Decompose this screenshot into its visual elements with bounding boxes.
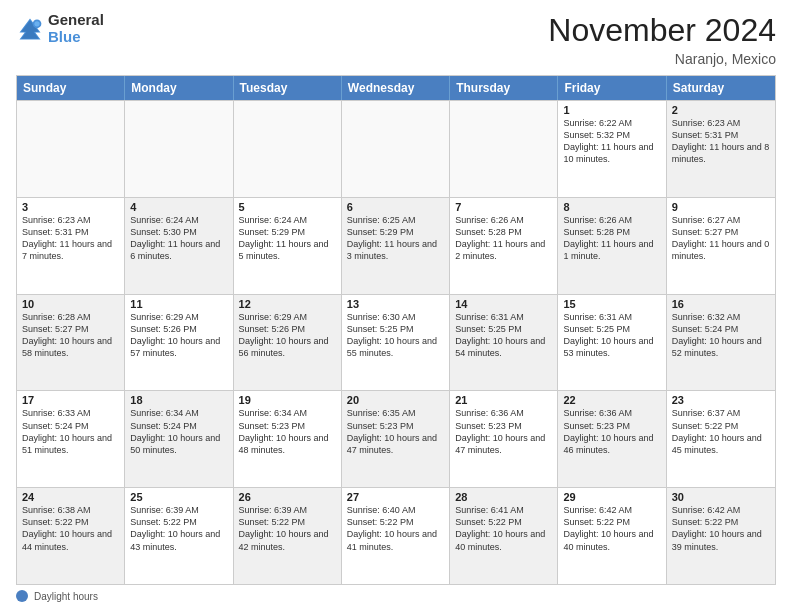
cell-text-0-6: Sunrise: 6:23 AM Sunset: 5:31 PM Dayligh… xyxy=(672,117,770,166)
cal-cell-0-4 xyxy=(450,101,558,197)
cal-cell-0-3 xyxy=(342,101,450,197)
cal-cell-3-2: 19Sunrise: 6:34 AM Sunset: 5:23 PM Dayli… xyxy=(234,391,342,487)
day-number-25: 25 xyxy=(130,491,227,503)
cal-cell-0-6: 2Sunrise: 6:23 AM Sunset: 5:31 PM Daylig… xyxy=(667,101,775,197)
day-number-24: 24 xyxy=(22,491,119,503)
day-number-14: 14 xyxy=(455,298,552,310)
cal-cell-1-3: 6Sunrise: 6:25 AM Sunset: 5:29 PM Daylig… xyxy=(342,198,450,294)
daylight-icon xyxy=(16,590,28,602)
cell-text-3-3: Sunrise: 6:35 AM Sunset: 5:23 PM Dayligh… xyxy=(347,407,444,456)
month-title: November 2024 xyxy=(548,12,776,49)
cal-cell-1-1: 4Sunrise: 6:24 AM Sunset: 5:30 PM Daylig… xyxy=(125,198,233,294)
day-number-30: 30 xyxy=(672,491,770,503)
day-number-6: 6 xyxy=(347,201,444,213)
day-number-13: 13 xyxy=(347,298,444,310)
cal-cell-2-1: 11Sunrise: 6:29 AM Sunset: 5:26 PM Dayli… xyxy=(125,295,233,391)
cal-cell-1-5: 8Sunrise: 6:26 AM Sunset: 5:28 PM Daylig… xyxy=(558,198,666,294)
cell-text-3-0: Sunrise: 6:33 AM Sunset: 5:24 PM Dayligh… xyxy=(22,407,119,456)
header-saturday: Saturday xyxy=(667,76,775,100)
cell-text-0-5: Sunrise: 6:22 AM Sunset: 5:32 PM Dayligh… xyxy=(563,117,660,166)
cal-cell-2-0: 10Sunrise: 6:28 AM Sunset: 5:27 PM Dayli… xyxy=(17,295,125,391)
week-row-5: 24Sunrise: 6:38 AM Sunset: 5:22 PM Dayli… xyxy=(17,487,775,584)
title-block: November 2024 Naranjo, Mexico xyxy=(548,12,776,67)
cell-text-1-6: Sunrise: 6:27 AM Sunset: 5:27 PM Dayligh… xyxy=(672,214,770,263)
cell-text-2-0: Sunrise: 6:28 AM Sunset: 5:27 PM Dayligh… xyxy=(22,311,119,360)
cal-cell-2-2: 12Sunrise: 6:29 AM Sunset: 5:26 PM Dayli… xyxy=(234,295,342,391)
day-number-15: 15 xyxy=(563,298,660,310)
cell-text-4-4: Sunrise: 6:41 AM Sunset: 5:22 PM Dayligh… xyxy=(455,504,552,553)
cell-text-4-3: Sunrise: 6:40 AM Sunset: 5:22 PM Dayligh… xyxy=(347,504,444,553)
cal-cell-3-4: 21Sunrise: 6:36 AM Sunset: 5:23 PM Dayli… xyxy=(450,391,558,487)
cal-cell-1-2: 5Sunrise: 6:24 AM Sunset: 5:29 PM Daylig… xyxy=(234,198,342,294)
cell-text-4-2: Sunrise: 6:39 AM Sunset: 5:22 PM Dayligh… xyxy=(239,504,336,553)
day-number-29: 29 xyxy=(563,491,660,503)
cell-text-4-0: Sunrise: 6:38 AM Sunset: 5:22 PM Dayligh… xyxy=(22,504,119,553)
calendar: SundayMondayTuesdayWednesdayThursdayFrid… xyxy=(16,75,776,585)
cal-cell-3-3: 20Sunrise: 6:35 AM Sunset: 5:23 PM Dayli… xyxy=(342,391,450,487)
logo-blue-text: Blue xyxy=(48,29,104,46)
day-number-18: 18 xyxy=(130,394,227,406)
day-number-17: 17 xyxy=(22,394,119,406)
cell-text-4-6: Sunrise: 6:42 AM Sunset: 5:22 PM Dayligh… xyxy=(672,504,770,553)
page: General Blue November 2024 Naranjo, Mexi… xyxy=(0,0,792,612)
logo-text: General Blue xyxy=(48,12,104,45)
day-number-19: 19 xyxy=(239,394,336,406)
cal-cell-0-1 xyxy=(125,101,233,197)
cell-text-1-0: Sunrise: 6:23 AM Sunset: 5:31 PM Dayligh… xyxy=(22,214,119,263)
week-row-4: 17Sunrise: 6:33 AM Sunset: 5:24 PM Dayli… xyxy=(17,390,775,487)
cell-text-3-1: Sunrise: 6:34 AM Sunset: 5:24 PM Dayligh… xyxy=(130,407,227,456)
cell-text-2-2: Sunrise: 6:29 AM Sunset: 5:26 PM Dayligh… xyxy=(239,311,336,360)
day-number-7: 7 xyxy=(455,201,552,213)
cal-cell-1-4: 7Sunrise: 6:26 AM Sunset: 5:28 PM Daylig… xyxy=(450,198,558,294)
cal-cell-4-4: 28Sunrise: 6:41 AM Sunset: 5:22 PM Dayli… xyxy=(450,488,558,584)
day-number-1: 1 xyxy=(563,104,660,116)
day-number-2: 2 xyxy=(672,104,770,116)
day-number-27: 27 xyxy=(347,491,444,503)
cell-text-1-2: Sunrise: 6:24 AM Sunset: 5:29 PM Dayligh… xyxy=(239,214,336,263)
calendar-body: 1Sunrise: 6:22 AM Sunset: 5:32 PM Daylig… xyxy=(17,100,775,584)
cal-cell-3-5: 22Sunrise: 6:36 AM Sunset: 5:23 PM Dayli… xyxy=(558,391,666,487)
header-thursday: Thursday xyxy=(450,76,558,100)
cell-text-1-4: Sunrise: 6:26 AM Sunset: 5:28 PM Dayligh… xyxy=(455,214,552,263)
cal-cell-3-6: 23Sunrise: 6:37 AM Sunset: 5:22 PM Dayli… xyxy=(667,391,775,487)
cell-text-2-1: Sunrise: 6:29 AM Sunset: 5:26 PM Dayligh… xyxy=(130,311,227,360)
cell-text-2-5: Sunrise: 6:31 AM Sunset: 5:25 PM Dayligh… xyxy=(563,311,660,360)
cal-cell-4-5: 29Sunrise: 6:42 AM Sunset: 5:22 PM Dayli… xyxy=(558,488,666,584)
cell-text-2-4: Sunrise: 6:31 AM Sunset: 5:25 PM Dayligh… xyxy=(455,311,552,360)
logo-icon xyxy=(16,15,44,43)
day-number-21: 21 xyxy=(455,394,552,406)
footer: Daylight hours xyxy=(16,590,776,602)
cell-text-3-5: Sunrise: 6:36 AM Sunset: 5:23 PM Dayligh… xyxy=(563,407,660,456)
logo: General Blue xyxy=(16,12,104,45)
cell-text-1-5: Sunrise: 6:26 AM Sunset: 5:28 PM Dayligh… xyxy=(563,214,660,263)
cal-cell-4-3: 27Sunrise: 6:40 AM Sunset: 5:22 PM Dayli… xyxy=(342,488,450,584)
week-row-3: 10Sunrise: 6:28 AM Sunset: 5:27 PM Dayli… xyxy=(17,294,775,391)
footer-label: Daylight hours xyxy=(34,591,98,602)
day-number-12: 12 xyxy=(239,298,336,310)
day-number-3: 3 xyxy=(22,201,119,213)
cal-cell-2-6: 16Sunrise: 6:32 AM Sunset: 5:24 PM Dayli… xyxy=(667,295,775,391)
logo-general-text: General xyxy=(48,12,104,29)
cal-cell-0-0 xyxy=(17,101,125,197)
day-number-28: 28 xyxy=(455,491,552,503)
cal-cell-3-1: 18Sunrise: 6:34 AM Sunset: 5:24 PM Dayli… xyxy=(125,391,233,487)
cal-cell-0-5: 1Sunrise: 6:22 AM Sunset: 5:32 PM Daylig… xyxy=(558,101,666,197)
header-sunday: Sunday xyxy=(17,76,125,100)
cal-cell-0-2 xyxy=(234,101,342,197)
day-number-22: 22 xyxy=(563,394,660,406)
day-number-20: 20 xyxy=(347,394,444,406)
cell-text-4-1: Sunrise: 6:39 AM Sunset: 5:22 PM Dayligh… xyxy=(130,504,227,553)
day-number-26: 26 xyxy=(239,491,336,503)
day-number-5: 5 xyxy=(239,201,336,213)
cell-text-3-6: Sunrise: 6:37 AM Sunset: 5:22 PM Dayligh… xyxy=(672,407,770,456)
day-number-4: 4 xyxy=(130,201,227,213)
day-number-23: 23 xyxy=(672,394,770,406)
cal-cell-1-0: 3Sunrise: 6:23 AM Sunset: 5:31 PM Daylig… xyxy=(17,198,125,294)
cal-cell-2-3: 13Sunrise: 6:30 AM Sunset: 5:25 PM Dayli… xyxy=(342,295,450,391)
cal-cell-4-2: 26Sunrise: 6:39 AM Sunset: 5:22 PM Dayli… xyxy=(234,488,342,584)
cell-text-3-4: Sunrise: 6:36 AM Sunset: 5:23 PM Dayligh… xyxy=(455,407,552,456)
cal-cell-2-5: 15Sunrise: 6:31 AM Sunset: 5:25 PM Dayli… xyxy=(558,295,666,391)
cal-cell-4-0: 24Sunrise: 6:38 AM Sunset: 5:22 PM Dayli… xyxy=(17,488,125,584)
calendar-header: SundayMondayTuesdayWednesdayThursdayFrid… xyxy=(17,76,775,100)
cal-cell-3-0: 17Sunrise: 6:33 AM Sunset: 5:24 PM Dayli… xyxy=(17,391,125,487)
